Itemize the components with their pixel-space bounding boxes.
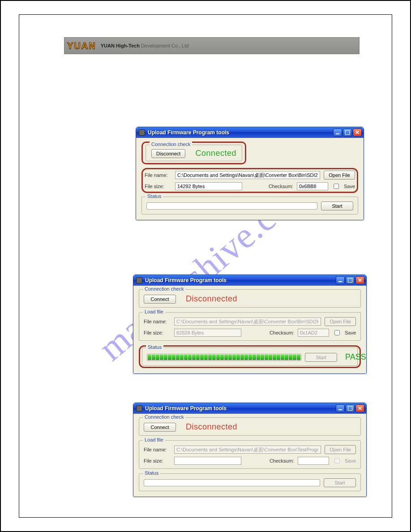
filesize-input[interactable] [174, 457, 241, 465]
company-name: YUAN High-Tech Development Co., Ltd [101, 43, 189, 48]
connect-button[interactable]: Connect [144, 295, 176, 304]
filename-input[interactable] [175, 171, 320, 179]
progress-bar [147, 354, 301, 361]
firmware-window-1: Upload Firmware Program tools ✕ Connecti… [136, 127, 364, 220]
filename-label: File name: [144, 447, 171, 452]
save-checkbox [334, 458, 340, 463]
firmware-window-3: Upload Firmware Program tools ✕ Connecti… [133, 403, 367, 497]
connection-status: Connected [195, 149, 236, 158]
page-inner-border: manualshive.com YUAN YUAN High-Tech Deve… [19, 14, 392, 518]
open-file-button[interactable]: Open File [324, 171, 355, 180]
window-title: Upload Firmware Program tools [145, 405, 336, 412]
filesize-input[interactable] [175, 182, 242, 190]
maximize-button[interactable] [346, 404, 355, 412]
status-legend: Status [146, 344, 163, 350]
firmware-window-2: Upload Firmware Program tools ✕ Connecti… [133, 275, 367, 374]
status-legend: Status [146, 193, 163, 199]
start-button: Start [305, 353, 337, 362]
loadfile-highlight: File name: Open File File size: Checksum… [141, 168, 358, 193]
maximize-button[interactable] [343, 129, 352, 137]
minimize-button[interactable] [333, 129, 342, 137]
minimize-button[interactable] [336, 404, 345, 412]
app-icon [136, 277, 142, 283]
connection-legend: Connection check [150, 142, 192, 147]
titlebar[interactable]: Upload Firmware Program tools ✕ [136, 127, 364, 138]
app-icon [136, 405, 142, 412]
checksum-input[interactable] [298, 457, 329, 465]
filename-label: File name: [145, 172, 171, 178]
progress-bar [146, 202, 317, 210]
save-label: Save [344, 184, 355, 189]
filename-input [174, 446, 321, 454]
window-title: Upload Firmware Program tools [148, 129, 333, 136]
app-icon [139, 129, 145, 136]
filesize-input [174, 329, 241, 337]
titlebar[interactable]: Upload Firmware Program tools ✕ [133, 403, 366, 414]
close-button[interactable]: ✕ [353, 129, 362, 137]
start-button: Start [324, 478, 356, 487]
progress-bar [144, 479, 320, 486]
close-button[interactable]: ✕ [355, 276, 364, 284]
save-checkbox[interactable] [334, 184, 339, 189]
filesize-label: File size: [144, 330, 171, 335]
company-name-light: Development Co., Ltd [140, 43, 188, 48]
status-legend: Status [143, 470, 160, 476]
checksum-label: Checksum: [266, 184, 293, 189]
connection-status: Disconnected [186, 294, 237, 304]
start-button[interactable]: Start [321, 202, 353, 210]
company-name-bold: YUAN High-Tech [101, 43, 140, 48]
minimize-button[interactable] [336, 276, 345, 284]
filesize-label: File size: [144, 458, 171, 463]
disconnect-button[interactable]: Disconnect [151, 149, 185, 158]
filename-label: File name: [144, 319, 171, 324]
close-button[interactable]: ✕ [355, 404, 364, 412]
connection-legend: Connection check [143, 414, 185, 420]
open-file-button: Open File [325, 445, 356, 454]
pass-status: PASS [345, 352, 366, 362]
save-checkbox[interactable] [334, 330, 340, 335]
window-title: Upload Firmware Program tools [145, 277, 336, 283]
connection-highlight: Connection check Disconnect Connected [141, 142, 246, 164]
save-label: Save [345, 458, 356, 463]
connection-legend: Connection check [143, 286, 185, 292]
document-page: manualshive.com YUAN YUAN High-Tech Deve… [0, 0, 411, 532]
filename-input [174, 317, 321, 326]
yuan-logo: YUAN [67, 41, 96, 51]
maximize-button[interactable] [346, 276, 355, 284]
status-highlight: Status Start PASS [139, 345, 361, 368]
save-label: Save [345, 330, 356, 335]
connection-status: Disconnected [186, 422, 237, 432]
loadfile-legend: Load file [143, 309, 165, 314]
checksum-input[interactable] [297, 182, 328, 190]
titlebar[interactable]: Upload Firmware Program tools ✕ [133, 275, 366, 286]
checksum-label: Checksum: [267, 330, 294, 335]
filesize-label: File size: [145, 184, 171, 189]
connect-button[interactable]: Connect [144, 423, 176, 432]
checksum-input [298, 329, 329, 337]
checksum-label: Checksum: [267, 458, 294, 463]
open-file-button: Open File [325, 317, 356, 326]
doc-header: YUAN YUAN High-Tech Development Co., Ltd [64, 37, 360, 54]
loadfile-legend: Load file [143, 437, 165, 442]
